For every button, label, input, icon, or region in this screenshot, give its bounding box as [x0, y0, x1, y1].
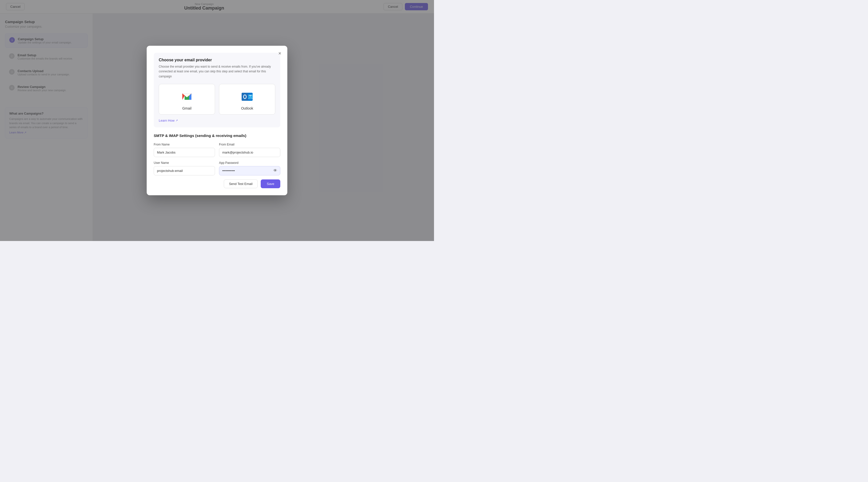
gmail-label: Gmail	[182, 106, 192, 110]
gmail-icon	[180, 90, 193, 103]
gmail-provider-card[interactable]: Gmail	[159, 84, 215, 115]
app-password-input[interactable]	[219, 166, 280, 175]
modal-close-button[interactable]: ×	[276, 50, 283, 57]
modal-overlay: × Choose your email provider Choose the …	[0, 0, 434, 241]
smtp-title: SMTP & IMAP Settings (sending & receivin…	[154, 133, 280, 138]
provider-section-title: Choose your email provider	[159, 58, 275, 62]
from-email-input[interactable]	[219, 148, 280, 157]
from-email-group: From Email	[219, 143, 280, 157]
outlook-provider-card[interactable]: Outlook	[219, 84, 275, 115]
provider-cards: Gmail	[159, 84, 275, 115]
from-name-input[interactable]	[154, 148, 215, 157]
from-name-label: From Name	[154, 143, 215, 146]
app-password-label: App Password	[219, 161, 280, 164]
show-password-icon[interactable]: 👁	[273, 169, 277, 173]
username-group: User Name	[154, 161, 215, 175]
provider-section-desc: Choose the email provider you want to se…	[159, 64, 275, 79]
modal-footer: Send Test Email Save	[154, 179, 280, 188]
from-email-label: From Email	[219, 143, 280, 146]
from-name-group: From Name	[154, 143, 215, 157]
app-password-wrapper: 👁	[219, 166, 280, 175]
username-label: User Name	[154, 161, 215, 164]
outlook-label: Outlook	[241, 106, 253, 110]
username-input[interactable]	[154, 166, 215, 175]
form-row-1: From Name From Email	[154, 143, 280, 157]
provider-section: Choose your email provider Choose the em…	[154, 53, 280, 127]
smtp-section: SMTP & IMAP Settings (sending & receivin…	[154, 133, 280, 188]
save-button[interactable]: Save	[261, 179, 280, 188]
form-row-2: User Name App Password 👁	[154, 161, 280, 175]
app-password-group: App Password 👁	[219, 161, 280, 175]
email-provider-modal: × Choose your email provider Choose the …	[147, 46, 287, 195]
outlook-icon	[241, 90, 254, 103]
learn-how-link[interactable]: Learn How ↗	[159, 119, 275, 122]
external-link-icon: ↗	[176, 119, 178, 122]
svg-point-14	[244, 95, 246, 98]
send-test-email-button[interactable]: Send Test Email	[224, 179, 258, 188]
